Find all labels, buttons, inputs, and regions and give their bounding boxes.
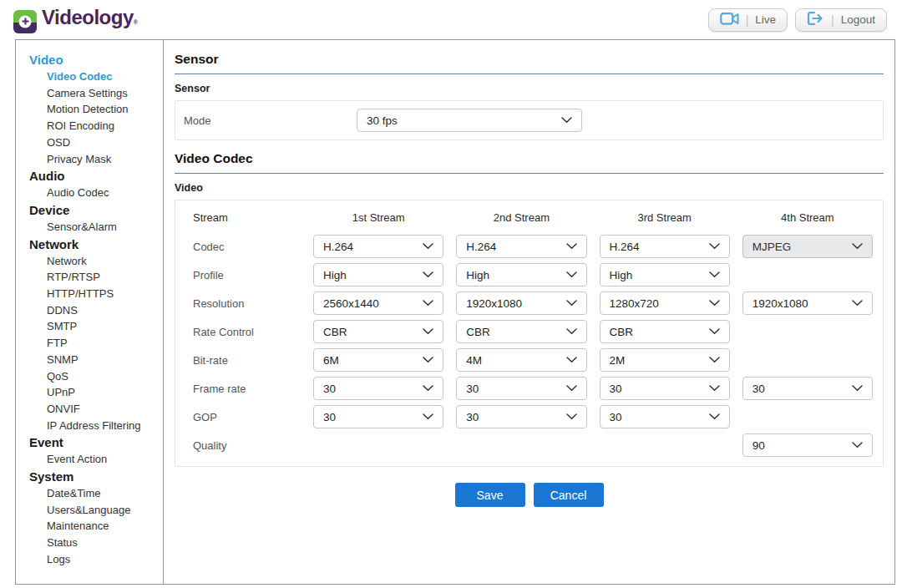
codec-stream3-select[interactable]: H.264 [600,235,730,258]
sidebar-section-video[interactable]: Video [29,51,160,68]
logout-button[interactable]: | Logout [795,8,887,32]
profile-stream2-value: High [466,269,489,281]
sidebar-section-device[interactable]: Device [29,201,160,219]
row-label-frame-rate: Frame rate [185,383,301,395]
sidebar-section-audio[interactable]: Audio [29,167,160,185]
sidebar-item-ftp[interactable]: FTP [29,335,160,352]
video-codec-box: Stream1st Stream2nd Stream3rd Stream4th … [175,200,884,467]
sidebar-item-motion-detection[interactable]: Motion Detection [29,101,160,118]
chevron-down-icon [423,271,433,278]
row-label-codec: Codec [185,241,301,253]
sensor-mode-select[interactable]: 30 fps [357,109,582,132]
sidebar-item-users-language[interactable]: Users&Language [29,502,160,519]
chevron-down-icon [709,413,720,420]
sidebar-item-rtp-rtsp[interactable]: RTP/RTSP [29,269,160,286]
sidebar-section-network[interactable]: Network [29,236,160,253]
profile-stream2-select[interactable]: High [456,263,586,286]
sidebar-item-audio-codec[interactable]: Audio Codec [29,185,160,201]
sidebar-item-network[interactable]: Network [29,253,160,270]
sidebar-item-snmp[interactable]: SNMP [29,352,160,368]
sidebar-item-sensor-alarm[interactable]: Sensor&Alarm [29,219,160,236]
cancel-button[interactable]: Cancel [534,483,604,507]
resolution-stream3-select[interactable]: 1280x720 [600,291,730,315]
sidebar-item-upnp[interactable]: UPnP [29,384,160,401]
chevron-down-icon [423,243,433,250]
sidebar-item-onvif[interactable]: ONVIF [29,401,160,418]
codec-stream4-value: MJPEG [753,241,792,253]
sidebar-item-camera-settings[interactable]: Camera Settings [29,85,160,102]
codec-stream1-select[interactable]: H.264 [313,235,443,258]
codec-stream3-value: H.264 [610,241,640,253]
sidebar-item-smtp[interactable]: SMTP [29,318,160,335]
sidebar-item-status[interactable]: Status [29,535,160,551]
sidebar-item-roi-encoding[interactable]: ROI Encoding [29,118,160,134]
sidebar-item-osd[interactable]: OSD [29,134,160,151]
chevron-down-icon [423,300,433,307]
profile-stream3-select[interactable]: High [600,263,730,286]
codec-stream4-select[interactable]: MJPEG [742,235,873,258]
button-separator: | [746,13,749,27]
sidebar-item-date-time[interactable]: Date&Time [29,485,160,502]
column-header-1st-stream: 1st Stream [313,206,443,230]
resolution-stream2-select[interactable]: 1920x1080 [456,291,586,315]
chevron-down-icon [566,271,577,278]
sidebar-item-qos[interactable]: QoS [29,368,160,385]
frame-rate-stream1-select[interactable]: 30 [313,377,443,400]
sidebar-item-ip-address-filtering[interactable]: IP Address Filtering [29,418,160,434]
frame-rate-stream4-select[interactable]: 30 [742,377,873,400]
sensor-mode-value: 30 fps [367,114,398,127]
chevron-down-icon [709,385,720,392]
chevron-down-icon [566,328,577,335]
section-divider [175,74,884,74]
video-camera-icon [720,13,739,28]
gop-stream3-select[interactable]: 30 [600,405,730,428]
frame-rate-stream4-value: 30 [753,383,765,395]
sidebar-item-privacy-mask[interactable]: Privacy Mask [29,151,160,168]
codec-section-title: Video Codec [175,151,884,166]
resolution-stream4-select[interactable]: 1920x1080 [742,291,873,315]
bit-rate-stream2-select[interactable]: 4M [456,348,586,372]
sidebar-item-event-action[interactable]: Event Action [29,451,160,468]
save-button[interactable]: Save [455,483,525,507]
gop-stream2-select[interactable]: 30 [456,405,586,428]
frame-rate-stream2-select[interactable]: 30 [456,377,586,400]
resolution-stream1-select[interactable]: 2560x1440 [313,291,443,315]
column-header-4th-stream: 4th Stream [742,206,873,230]
quality-stream4-select[interactable]: 90 [742,433,873,457]
rate-control-stream2-select[interactable]: CBR [456,320,586,343]
sidebar-item-logs[interactable]: Logs [29,551,160,568]
codec-stream2-select[interactable]: H.264 [456,235,586,258]
brand-name: Videology® [42,7,137,33]
sidebar-item-http-https[interactable]: HTTP/HTTPS [29,286,160,302]
rate-control-stream3-select[interactable]: CBR [600,320,730,343]
resolution-stream4-value: 1920x1080 [753,297,808,310]
profile-stream1-select[interactable]: High [313,263,443,286]
live-button[interactable]: | Live [708,8,788,32]
videology-logo: Videology® [13,7,137,33]
chevron-down-icon [852,300,863,307]
rate-control-stream1-select[interactable]: CBR [313,320,443,343]
bit-rate-stream3-select[interactable]: 2M [600,348,730,372]
videology-logo-icon [13,10,37,33]
chevron-down-icon [561,117,572,124]
frame-rate-stream1-value: 30 [323,383,336,395]
row-label-bit-rate: Bit-rate [185,354,301,367]
sidebar-section-event[interactable]: Event [29,433,160,451]
gop-stream1-select[interactable]: 30 [313,405,443,428]
row-label-profile: Profile [185,269,301,281]
column-header-2nd-stream: 2nd Stream [456,206,586,230]
resolution-stream3-value: 1280x720 [610,297,659,310]
sidebar-item-maintenance[interactable]: Maintenance [29,518,160,535]
bit-rate-stream2-value: 4M [466,354,482,367]
video-codec-table: Stream1st Stream2nd Stream3rd Stream4th … [184,205,874,462]
resolution-stream2-value: 1920x1080 [466,297,522,310]
frame-rate-stream3-select[interactable]: 30 [600,377,730,400]
sidebar-section-system[interactable]: System [29,468,160,485]
gop-stream3-value: 30 [610,411,622,423]
profile-stream1-value: High [323,269,347,281]
sidebar-item-ddns[interactable]: DDNS [29,302,160,319]
logout-button-label: Logout [841,13,875,26]
sidebar-item-video-codec[interactable]: Video Codec [29,68,160,85]
registered-mark: ® [134,19,138,25]
bit-rate-stream1-select[interactable]: 6M [313,348,443,372]
